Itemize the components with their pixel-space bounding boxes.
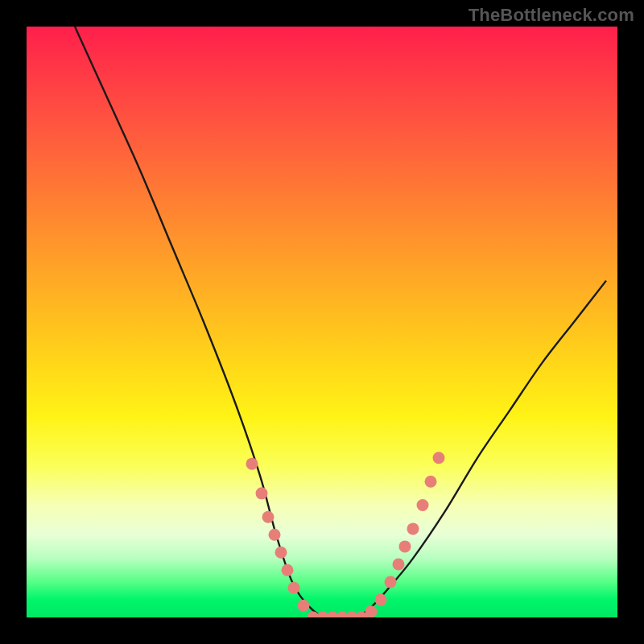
- plot-gradient-background: [27, 27, 617, 617]
- chart-frame: TheBottleneck.com: [0, 0, 644, 644]
- watermark-text: TheBottleneck.com: [469, 5, 634, 26]
